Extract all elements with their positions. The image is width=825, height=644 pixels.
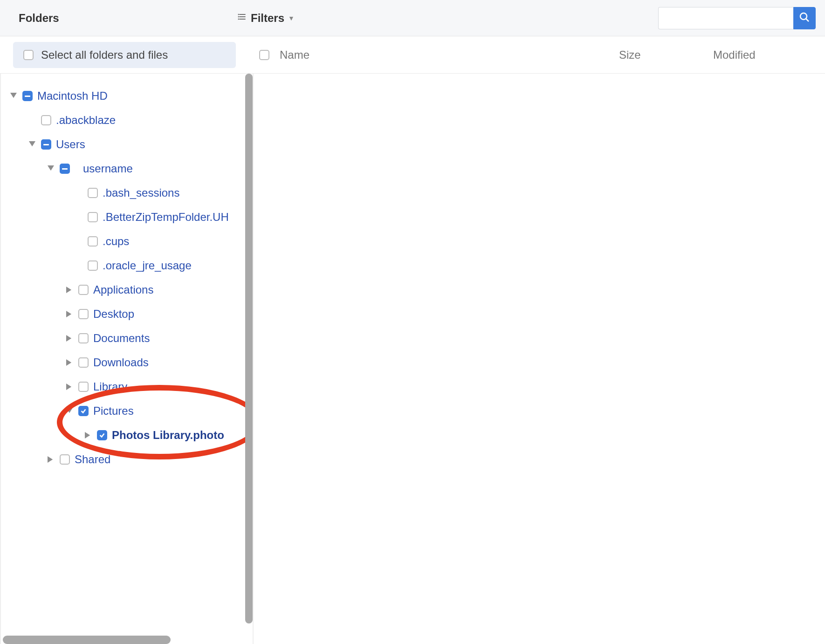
- disclosure-toggle[interactable]: [65, 383, 74, 391]
- folder-checkbox[interactable]: [97, 430, 107, 440]
- disclosure-toggle[interactable]: [84, 431, 92, 439]
- chevron-down-icon: ▼: [288, 14, 295, 22]
- select-all-checkbox[interactable]: [23, 50, 34, 60]
- folder-label[interactable]: Photos Library.photo: [112, 429, 224, 442]
- disclosure-toggle[interactable]: [65, 407, 74, 415]
- list-header: Name Size Modified: [236, 48, 825, 62]
- folder-tree-panel: Macintosh HD .abackblaze Users: [1, 74, 254, 644]
- svg-marker-13: [66, 335, 71, 342]
- folder-checkbox[interactable]: [78, 309, 89, 319]
- folder-checkbox[interactable]: [88, 188, 98, 198]
- folder-checkbox[interactable]: [88, 260, 98, 271]
- folder-label[interactable]: .oracle_jre_usage: [103, 259, 192, 272]
- folder-checkbox[interactable]: [88, 212, 98, 222]
- folder-label[interactable]: Pictures: [93, 404, 134, 418]
- folder-checkbox[interactable]: [41, 139, 51, 150]
- column-name[interactable]: Name: [280, 48, 609, 62]
- horizontal-scrollbar[interactable]: [1, 636, 253, 644]
- disclosure-toggle[interactable]: [65, 334, 74, 343]
- svg-marker-17: [85, 432, 90, 438]
- tree-row-macintosh-hd[interactable]: Macintosh HD: [9, 84, 253, 108]
- vertical-scrollbar-thumb[interactable]: [245, 74, 253, 623]
- tree-row-shared[interactable]: Shared: [9, 447, 253, 472]
- tree-row-documents[interactable]: Documents: [9, 326, 253, 350]
- folder-label[interactable]: Library: [93, 380, 127, 393]
- select-all-label: Select all folders and files: [41, 48, 168, 62]
- svg-marker-10: [48, 165, 54, 171]
- svg-point-4: [238, 16, 239, 17]
- svg-point-5: [238, 19, 239, 20]
- folders-heading: Folders: [19, 12, 238, 25]
- folder-checkbox[interactable]: [60, 164, 70, 174]
- header-bar: Folders Filters ▼: [0, 0, 825, 36]
- folder-label[interactable]: Shared: [75, 453, 110, 466]
- disclosure-toggle[interactable]: [65, 286, 74, 294]
- file-list-panel: [254, 74, 825, 644]
- tree-row-desktop[interactable]: Desktop: [9, 302, 253, 326]
- tree-row-downloads[interactable]: Downloads: [9, 350, 253, 375]
- tree-row-oracle-jre[interactable]: .oracle_jre_usage: [9, 253, 253, 278]
- svg-point-6: [800, 13, 807, 20]
- disclosure-toggle[interactable]: [65, 358, 74, 367]
- select-all-row[interactable]: Select all folders and files: [13, 42, 236, 68]
- column-size[interactable]: Size: [619, 48, 703, 62]
- tree-row-bash-sessions[interactable]: .bash_sessions: [9, 181, 253, 205]
- tree-row-abackblaze[interactable]: .abackblaze: [9, 108, 253, 132]
- folder-label[interactable]: username: [83, 162, 133, 175]
- tree-row-photos-library[interactable]: Photos Library.photo: [9, 423, 253, 447]
- folder-checkbox[interactable]: [78, 382, 89, 392]
- vertical-scrollbar[interactable]: [245, 74, 253, 644]
- disclosure-toggle[interactable]: [47, 164, 55, 173]
- folder-checkbox[interactable]: [78, 285, 89, 295]
- tree-row-applications[interactable]: Applications: [9, 278, 253, 302]
- filters-button[interactable]: Filters ▼: [238, 12, 295, 25]
- folder-checkbox[interactable]: [78, 406, 89, 416]
- disclosure-toggle[interactable]: [47, 455, 55, 464]
- svg-marker-11: [66, 287, 71, 293]
- disclosure-toggle[interactable]: [28, 140, 36, 149]
- folder-label[interactable]: Downloads: [93, 356, 149, 369]
- folder-label[interactable]: .BetterZipTempFolder.UH: [103, 211, 229, 224]
- folder-checkbox[interactable]: [22, 91, 33, 101]
- folder-label[interactable]: .cups: [103, 235, 129, 248]
- folder-tree: Macintosh HD .abackblaze Users: [9, 84, 253, 472]
- list-icon: [238, 12, 247, 24]
- folder-checkbox[interactable]: [88, 236, 98, 247]
- svg-marker-8: [10, 93, 17, 98]
- svg-marker-16: [66, 408, 73, 413]
- disclosure-toggle[interactable]: [65, 310, 74, 318]
- disclosure-toggle[interactable]: [9, 92, 18, 100]
- search-button[interactable]: [793, 7, 816, 29]
- tree-row-username[interactable]: username: [9, 157, 253, 181]
- subheader-bar: Select all folders and files Name Size M…: [0, 36, 825, 74]
- folder-label[interactable]: Desktop: [93, 308, 134, 321]
- folder-label[interactable]: .bash_sessions: [103, 186, 179, 199]
- svg-line-7: [806, 19, 809, 21]
- folder-label[interactable]: .abackblaze: [56, 114, 116, 127]
- svg-marker-15: [66, 384, 71, 390]
- svg-marker-9: [29, 141, 35, 146]
- folder-checkbox[interactable]: [78, 333, 89, 343]
- tree-row-library[interactable]: Library: [9, 375, 253, 399]
- list-header-checkbox[interactable]: [259, 50, 269, 60]
- tree-row-cups[interactable]: .cups: [9, 229, 253, 253]
- svg-marker-12: [66, 311, 71, 317]
- folder-label[interactable]: Documents: [93, 332, 150, 345]
- folder-label[interactable]: Macintosh HD: [37, 89, 108, 103]
- folder-checkbox[interactable]: [41, 115, 51, 125]
- tree-row-pictures[interactable]: Pictures: [9, 399, 253, 423]
- filters-label: Filters: [251, 12, 284, 25]
- folder-checkbox[interactable]: [78, 357, 89, 368]
- svg-point-3: [238, 14, 239, 15]
- search-group: [658, 7, 816, 29]
- horizontal-scrollbar-thumb[interactable]: [3, 636, 171, 644]
- folder-label[interactable]: Users: [56, 138, 85, 151]
- tree-row-users[interactable]: Users: [9, 132, 253, 157]
- tree-row-betterzip[interactable]: .BetterZipTempFolder.UH: [9, 205, 253, 229]
- column-modified[interactable]: Modified: [713, 48, 825, 62]
- folder-label[interactable]: Applications: [93, 283, 153, 296]
- folder-checkbox[interactable]: [60, 454, 70, 465]
- search-icon: [799, 12, 810, 24]
- svg-marker-14: [66, 359, 71, 366]
- search-input[interactable]: [658, 7, 793, 29]
